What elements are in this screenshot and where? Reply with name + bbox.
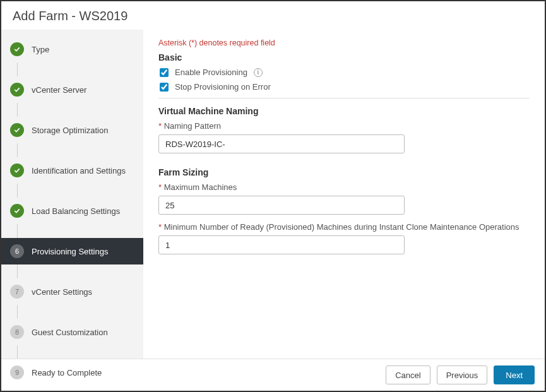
next-button[interactable]: Next	[494, 365, 535, 384]
step-identification-settings[interactable]: Identification and Settings	[1, 157, 143, 184]
step-label: Guest Customization	[32, 328, 108, 337]
step-label: Storage Optimization	[32, 126, 108, 135]
dialog-body: Type vCenter Server Storage Optimization…	[1, 30, 545, 359]
step-storage-optimization[interactable]: Storage Optimization	[1, 117, 143, 143]
wizard-steps: Type vCenter Server Storage Optimization…	[1, 30, 143, 359]
step-label: Type	[32, 45, 49, 54]
step-label: Provisioning Settings	[32, 247, 108, 256]
step-label: vCenter Settings	[32, 287, 92, 297]
step-label: Load Balancing Settings	[32, 206, 120, 216]
naming-pattern-input[interactable]	[158, 134, 405, 153]
check-icon	[10, 83, 24, 97]
step-number-icon: 6	[10, 244, 24, 258]
stop-on-error-checkbox[interactable]	[160, 83, 169, 92]
divider	[158, 98, 530, 98]
step-load-balancing[interactable]: Load Balancing Settings	[1, 198, 143, 224]
previous-button[interactable]: Previous	[437, 365, 488, 384]
stop-on-error-label: Stop Provisioning on Error	[175, 82, 271, 92]
step-number-icon: 7	[10, 285, 24, 299]
stop-on-error-row[interactable]: Stop Provisioning on Error	[160, 82, 530, 92]
check-icon	[10, 163, 24, 177]
step-label: Identification and Settings	[32, 166, 126, 175]
step-type[interactable]: Type	[1, 36, 143, 62]
required-note: Asterisk (*) denotes required field	[158, 39, 530, 47]
section-farm-sizing-title: Farm Sizing	[158, 167, 530, 177]
enable-provisioning-label: Enable Provisioning	[175, 68, 247, 77]
step-connector	[17, 305, 143, 319]
min-ready-input[interactable]	[158, 235, 405, 254]
step-vcenter-server[interactable]: vCenter Server	[1, 76, 143, 103]
section-vm-naming-title: Virtual Machine Naming	[158, 106, 530, 116]
step-connector	[17, 184, 143, 198]
step-number-icon: 8	[10, 325, 24, 339]
dialog-add-farm: Add Farm - WS2019 Type vCenter Server St…	[0, 0, 546, 392]
info-icon[interactable]: i	[254, 68, 263, 77]
max-machines-input[interactable]	[158, 196, 405, 215]
max-machines-label: Maximum Machines	[158, 182, 530, 192]
step-ready-complete[interactable]: 9 Ready to Complete	[1, 359, 143, 386]
min-ready-label: Minimum Number of Ready (Provisioned) Ma…	[158, 222, 530, 232]
section-basic-title: Basic	[158, 52, 530, 62]
step-connector	[17, 224, 143, 238]
check-icon	[10, 42, 24, 56]
step-provisioning-settings[interactable]: 6 Provisioning Settings	[1, 238, 143, 264]
step-connector	[17, 103, 143, 117]
check-icon	[10, 123, 24, 137]
step-number-icon: 9	[10, 365, 24, 379]
step-guest-customization[interactable]: 8 Guest Customization	[1, 319, 143, 345]
step-connector	[17, 143, 143, 157]
naming-pattern-label: Naming Pattern	[158, 121, 530, 131]
dialog-title: Add Farm - WS2019	[1, 1, 545, 30]
step-label: vCenter Server	[32, 85, 86, 95]
check-icon	[10, 204, 24, 218]
step-connector	[17, 345, 143, 359]
form-panel: Asterisk (*) denotes required field Basi…	[143, 30, 545, 359]
step-connector	[17, 62, 143, 76]
step-vcenter-settings[interactable]: 7 vCenter Settings	[1, 278, 143, 305]
enable-provisioning-row[interactable]: Enable Provisioning i	[160, 68, 530, 77]
step-label: Ready to Complete	[32, 368, 102, 377]
cancel-button[interactable]: Cancel	[386, 365, 430, 384]
step-connector	[17, 264, 143, 278]
enable-provisioning-checkbox[interactable]	[160, 68, 169, 77]
